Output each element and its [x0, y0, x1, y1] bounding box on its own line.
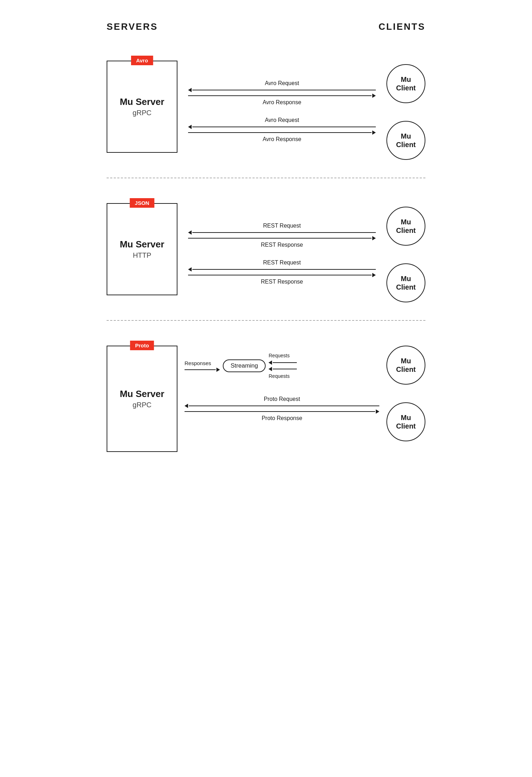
arrowhead-left-icon	[268, 360, 272, 365]
client-circle-1-1: MuClient	[386, 64, 425, 103]
response-label-2-1: REST Response	[188, 242, 376, 248]
clients-col-1: MuClient MuClient	[386, 54, 425, 160]
clients-col-2: MuClient MuClient	[386, 196, 425, 302]
responses-part: Responses	[185, 360, 220, 372]
arrow-right-2-2	[188, 273, 376, 277]
line	[185, 369, 216, 370]
arrow-left-1-1	[188, 88, 376, 92]
line	[192, 269, 376, 270]
server-subtitle-2: HTTP	[133, 251, 151, 259]
client-circle-2-1: MuClient	[386, 207, 425, 246]
requests-bottom-label: Requests	[268, 373, 289, 379]
line	[192, 127, 376, 127]
proto-response-label: Proto Response	[185, 415, 379, 421]
server-title-1: Mu Server	[120, 96, 164, 107]
arrow-right-2-1	[188, 236, 376, 240]
arrowhead-left-icon	[188, 88, 192, 92]
line	[188, 95, 372, 96]
arrowhead-left-icon	[268, 367, 272, 371]
arrowhead-right-icon	[372, 236, 376, 240]
responses-arrow	[185, 368, 220, 372]
arrow-group-1-1: Avro Request Avro Response	[188, 80, 376, 107]
request-label-1-1: Avro Request	[188, 80, 376, 86]
server-box-3: Proto Mu Server gRPC	[107, 346, 177, 452]
badge-avro: Avro	[131, 56, 153, 65]
line	[188, 238, 372, 239]
badge-proto: Proto	[130, 341, 154, 350]
client-title-1-2: MuClient	[396, 132, 416, 149]
arrows-area-1: Avro Request Avro Response Avro	[188, 69, 376, 144]
arrowhead-right-icon	[376, 409, 379, 414]
divider-2	[107, 320, 425, 321]
header-row: SERVERS CLIENTS	[107, 21, 425, 32]
line	[185, 411, 375, 412]
proto-request-label: Proto Request	[185, 396, 379, 402]
sec3-middle: Responses Streaming Requests	[185, 339, 379, 423]
arrows-area-2: REST Request REST Response REST	[188, 212, 376, 286]
arrow-left-streaming-1	[268, 360, 297, 365]
proto-arrow-group: Proto Request Proto Response	[185, 396, 379, 423]
request-label-1-2: Avro Request	[188, 117, 376, 123]
server-box-1: Avro Mu Server gRPC	[107, 61, 177, 153]
arrowhead-left-icon	[188, 230, 192, 235]
server-title-3: Mu Server	[120, 388, 164, 399]
server-title-2: Mu Server	[120, 239, 164, 250]
line	[273, 362, 297, 363]
arrowhead-right-icon	[216, 368, 220, 372]
badge-json: JSON	[130, 198, 154, 208]
client-circle-3-2: MuClient	[386, 402, 425, 441]
clients-col-3: MuClient MuClient	[386, 339, 425, 441]
arrow-right-1-1	[188, 94, 376, 98]
arrow-group-1-2: Avro Request Avro Response	[188, 117, 376, 144]
server-subtitle-1: gRPC	[132, 109, 151, 117]
arrowhead-left-icon	[185, 404, 188, 408]
streaming-top-row: Responses Streaming Requests	[185, 353, 379, 379]
arrowhead-right-icon	[372, 94, 376, 98]
divider-1	[107, 178, 425, 178]
response-label-1-1: Avro Response	[188, 99, 376, 106]
line	[192, 232, 376, 233]
request-label-2-1: REST Request	[188, 223, 376, 229]
requests-right-part: Requests Requests	[268, 353, 297, 379]
responses-label: Responses	[185, 360, 211, 366]
line	[188, 132, 372, 133]
arrow-group-2-1: REST Request REST Response	[188, 223, 376, 250]
client-title-2-1: MuClient	[396, 218, 416, 235]
arrowhead-right-icon	[372, 273, 376, 277]
request-label-2-2: REST Request	[188, 259, 376, 266]
arrowhead-left-icon	[188, 267, 192, 272]
section3: Proto Mu Server gRPC Responses Streaming	[107, 339, 425, 452]
arrow-left-streaming-2	[268, 367, 297, 371]
client-circle-2-2: MuClient	[386, 263, 425, 302]
section2: JSON Mu Server HTTP REST Request	[107, 196, 425, 302]
client-circle-3-1: MuClient	[386, 346, 425, 385]
client-title-1-1: MuClient	[396, 75, 416, 92]
arrow-left-2-1	[188, 230, 376, 235]
page-container: SERVERS CLIENTS Avro Mu Server gRPC Avro…	[107, 0, 425, 473]
arrow-left-3	[185, 404, 379, 408]
line	[188, 275, 372, 275]
client-title-3-2: MuClient	[396, 413, 416, 430]
arrow-group-2-2: REST Request REST Response	[188, 259, 376, 286]
arrow-left-1-2	[188, 125, 376, 129]
client-title-2-2: MuClient	[396, 274, 416, 291]
arrow-right-3	[185, 409, 379, 414]
response-label-1-2: Avro Response	[188, 136, 376, 142]
servers-label: SERVERS	[107, 21, 158, 32]
arrowhead-right-icon	[372, 130, 376, 135]
server-subtitle-3: gRPC	[132, 401, 151, 409]
line	[192, 90, 376, 90]
arrow-left-2-2	[188, 267, 376, 272]
arrowhead-left-icon	[188, 125, 192, 129]
line	[189, 406, 379, 406]
line	[273, 369, 297, 369]
section1: Avro Mu Server gRPC Avro Request	[107, 54, 425, 160]
client-circle-1-2: MuClient	[386, 121, 425, 160]
clients-label: CLIENTS	[379, 21, 425, 32]
client-title-3-1: MuClient	[396, 357, 416, 374]
requests-top-label: Requests	[268, 353, 289, 358]
response-label-2-2: REST Response	[188, 279, 376, 285]
server-box-2: JSON Mu Server HTTP	[107, 203, 177, 295]
arrow-right-1-2	[188, 130, 376, 135]
streaming-capsule: Streaming	[223, 359, 266, 372]
